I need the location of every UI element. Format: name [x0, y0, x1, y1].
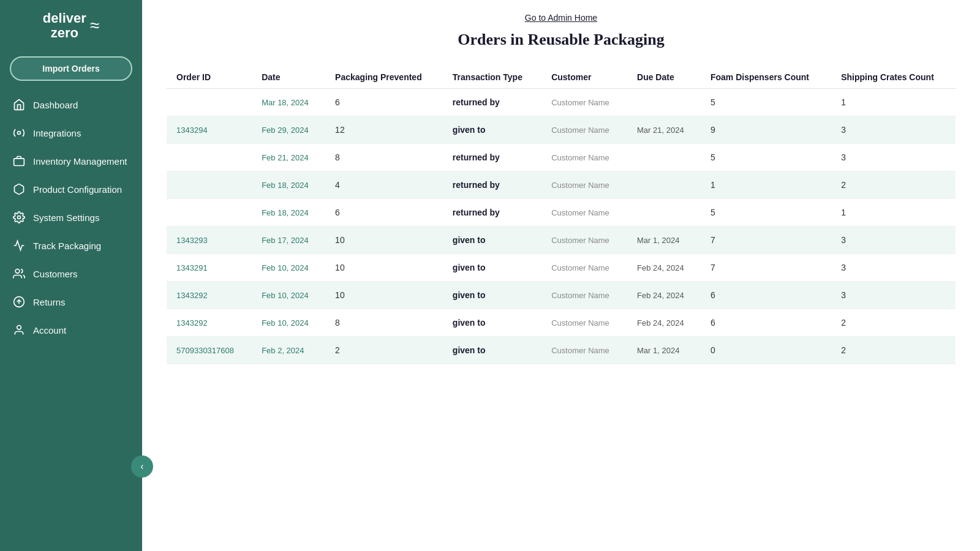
table-cell: Customer Name: [541, 337, 627, 364]
sidebar-item-track-packaging[interactable]: Track Packaging: [0, 231, 142, 260]
table-cell: 3: [831, 227, 956, 254]
sidebar-item-account[interactable]: Account: [0, 316, 142, 344]
logo-area: deliverzero ≈: [0, 0, 142, 51]
sidebar-item-label: Returns: [33, 297, 66, 307]
table-cell: returned by: [443, 89, 541, 116]
table-cell: 3: [831, 282, 956, 309]
table-cell: given to: [443, 227, 541, 254]
svg-rect-1: [14, 159, 24, 166]
sidebar-item-dashboard[interactable]: Dashboard: [0, 91, 142, 119]
sidebar-item-label: System Settings: [33, 212, 99, 223]
table-cell: Customer Name: [541, 144, 627, 171]
sidebar-item-customers[interactable]: Customers: [0, 260, 142, 288]
table-cell: [167, 199, 252, 227]
col-date: Date: [252, 66, 325, 89]
table-cell: returned by: [443, 199, 541, 227]
table-cell: 8: [325, 309, 443, 337]
table-cell: Customer Name: [541, 227, 627, 254]
table-cell: Mar 1, 2024: [627, 227, 701, 254]
home-icon: [12, 98, 26, 111]
table-cell: [627, 89, 701, 116]
table-cell: 8: [325, 144, 443, 171]
sidebar-item-integrations[interactable]: Integrations: [0, 119, 142, 147]
goto-admin-section: Go to Admin Home: [167, 12, 956, 23]
box-icon: [12, 182, 26, 196]
table-cell: [167, 89, 252, 116]
table-cell: given to: [443, 116, 541, 144]
table-cell: given to: [443, 309, 541, 337]
sidebar-item-label: Product Configuration: [33, 184, 122, 195]
table-cell: 7: [701, 227, 831, 254]
table-cell: Customer Name: [541, 89, 627, 116]
table-cell: Customer Name: [541, 254, 627, 282]
table-cell: Feb 24, 2024: [627, 254, 701, 282]
sidebar-item-label: Dashboard: [33, 100, 78, 110]
table-cell: 6: [325, 89, 443, 116]
table-cell: 6: [701, 282, 831, 309]
import-orders-button[interactable]: Import Orders: [10, 56, 132, 81]
table-cell: Feb 24, 2024: [627, 309, 701, 337]
col-foam: Foam Dispensers Count: [701, 66, 831, 89]
sidebar-item-label: Customers: [33, 269, 78, 279]
track-icon: [12, 239, 26, 252]
sidebar-item-label: Inventory Management: [33, 156, 127, 167]
table-cell: [627, 144, 701, 171]
goto-admin-link[interactable]: Go to Admin Home: [525, 13, 597, 23]
table-cell: 0: [701, 337, 831, 364]
main-content: Go to Admin Home Orders in Reusable Pack…: [142, 0, 980, 551]
sidebar-item-product-config[interactable]: Product Configuration: [0, 175, 142, 203]
table-cell: Feb 10, 2024: [252, 309, 325, 337]
col-customer: Customer: [541, 66, 627, 89]
table-cell: [627, 199, 701, 227]
table-cell: Customer Name: [541, 171, 627, 199]
table-cell: given to: [443, 282, 541, 309]
table-row: Mar 18, 20246returned byCustomer Name51: [167, 89, 956, 116]
table-row: 1343294Feb 29, 202412given toCustomer Na…: [167, 116, 956, 144]
svg-point-3: [15, 269, 20, 274]
table-row: 1343292Feb 10, 202410given toCustomer Na…: [167, 282, 956, 309]
sidebar-toggle-button[interactable]: ‹: [131, 455, 153, 478]
table-cell: Feb 18, 2024: [252, 171, 325, 199]
table-cell: 1343292: [167, 309, 252, 337]
col-transaction: Transaction Type: [443, 66, 541, 89]
table-cell: 7: [701, 254, 831, 282]
table-cell: 3: [831, 254, 956, 282]
table-cell: 5709330317608: [167, 337, 252, 364]
col-due-date: Due Date: [627, 66, 701, 89]
sidebar-item-inventory[interactable]: Inventory Management: [0, 147, 142, 175]
table-cell: Customer Name: [541, 116, 627, 144]
inventory-icon: [12, 154, 26, 168]
table-cell: 1: [831, 89, 956, 116]
table-cell: 2: [831, 337, 956, 364]
table-row: Feb 18, 20246returned byCustomer Name51: [167, 199, 956, 227]
table-cell: 4: [325, 171, 443, 199]
table-row: 1343293Feb 17, 202410given toCustomer Na…: [167, 227, 956, 254]
table-cell: Mar 1, 2024: [627, 337, 701, 364]
sidebar: deliverzero ≈ Import Orders Dashboard In…: [0, 0, 142, 551]
table-cell: 10: [325, 254, 443, 282]
customers-icon: [12, 267, 26, 280]
sidebar-item-returns[interactable]: Returns: [0, 288, 142, 316]
table-cell: returned by: [443, 144, 541, 171]
svg-point-6: [17, 326, 21, 330]
logo-icon: ≈: [90, 16, 99, 36]
sidebar-item-system-settings[interactable]: System Settings: [0, 203, 142, 231]
table-cell: 6: [325, 199, 443, 227]
svg-point-2: [18, 216, 21, 219]
table-cell: 5: [701, 199, 831, 227]
table-cell: 1: [831, 199, 956, 227]
table-cell: 3: [831, 144, 956, 171]
table-cell: 1343294: [167, 116, 252, 144]
table-cell: 5: [701, 89, 831, 116]
table-cell: 10: [325, 227, 443, 254]
table-cell: 3: [831, 116, 956, 144]
table-cell: 1343291: [167, 254, 252, 282]
sidebar-item-label: Account: [33, 325, 66, 335]
sidebar-nav: Dashboard Integrations Inventory Managem…: [0, 91, 142, 344]
table-cell: 9: [701, 116, 831, 144]
table-cell: [627, 171, 701, 199]
logo-text: deliverzero: [43, 10, 86, 40]
table-cell: 1: [701, 171, 831, 199]
table-cell: [167, 144, 252, 171]
table-cell: Feb 18, 2024: [252, 199, 325, 227]
